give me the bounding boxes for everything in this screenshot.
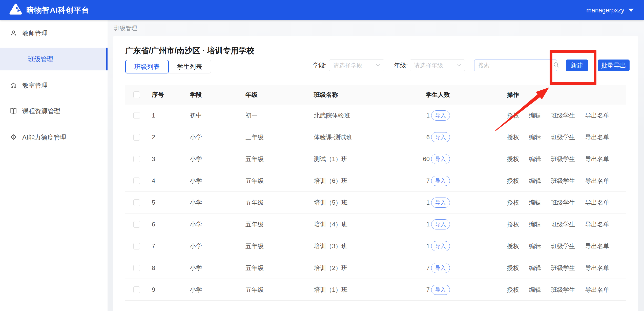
row-action-authorize[interactable]: 授权 [507, 177, 519, 185]
chevron-down-icon [628, 9, 634, 12]
sidebar-item-label: AI能力额度管理 [22, 133, 66, 142]
cell-grade: 五年级 [245, 199, 314, 207]
search-icon[interactable] [553, 62, 559, 69]
row-actions: 授权编辑班级学生导出名单 [453, 133, 626, 141]
row-actions: 授权编辑班级学生导出名单 [453, 286, 626, 294]
action-separator [546, 156, 546, 162]
row-action-export-roster[interactable]: 导出名单 [585, 220, 609, 228]
username: managerpxzy [586, 7, 624, 14]
search-input[interactable] [478, 62, 553, 69]
row-action-authorize[interactable]: 授权 [507, 133, 519, 141]
row-action-edit[interactable]: 编辑 [529, 286, 541, 294]
row-checkbox[interactable] [133, 112, 140, 119]
action-separator [546, 243, 546, 249]
import-button[interactable]: 导入 [431, 263, 450, 273]
action-separator [524, 265, 524, 271]
row-action-edit[interactable]: 编辑 [529, 177, 541, 185]
user-menu[interactable]: managerpxzy [586, 7, 644, 14]
row-checkbox[interactable] [133, 156, 140, 162]
row-action-class-students[interactable]: 班级学生 [551, 220, 575, 228]
row-action-authorize[interactable]: 授权 [507, 286, 519, 294]
row-checkbox[interactable] [133, 265, 140, 271]
row-checkbox[interactable] [133, 199, 140, 206]
row-action-class-students[interactable]: 班级学生 [551, 199, 575, 207]
cell-class-name: 北武院体验班 [314, 111, 410, 120]
grade-select[interactable]: 请选择年级 [410, 60, 465, 71]
row-action-edit[interactable]: 编辑 [529, 242, 541, 250]
row-actions: 授权编辑班级学生导出名单 [453, 177, 626, 185]
batch-export-button[interactable]: 批量导出 [598, 60, 630, 71]
row-actions: 授权编辑班级学生导出名单 [453, 155, 626, 163]
cell-student-count: 7 导入 [410, 263, 453, 273]
row-action-export-roster[interactable]: 导出名单 [585, 264, 609, 272]
row-action-class-students[interactable]: 班级学生 [551, 286, 575, 294]
sidebar-item-class-management[interactable]: 班级管理 [0, 48, 108, 70]
row-action-authorize[interactable]: 授权 [507, 242, 519, 250]
row-action-edit[interactable]: 编辑 [529, 199, 541, 207]
row-action-authorize[interactable]: 授权 [507, 220, 519, 228]
row-action-edit[interactable]: 编辑 [529, 264, 541, 272]
cell-stage: 小学 [190, 220, 245, 228]
cell-grade: 五年级 [245, 286, 314, 294]
import-button[interactable]: 导入 [431, 154, 450, 164]
row-checkbox[interactable] [133, 243, 140, 249]
import-button[interactable]: 导入 [431, 285, 450, 295]
row-action-export-roster[interactable]: 导出名单 [585, 111, 609, 120]
row-action-export-roster[interactable]: 导出名单 [585, 155, 609, 163]
row-action-class-students[interactable]: 班级学生 [551, 155, 575, 163]
row-action-authorize[interactable]: 授权 [507, 111, 519, 120]
table-row: 3 小学 五年级 测试（1）班 60 导入 授权编辑班级学生导出名单 [125, 148, 626, 170]
tab-student-list[interactable]: 学生列表 [168, 60, 211, 73]
sidebar-item-teacher-management[interactable]: 教师管理 [0, 22, 108, 45]
row-action-class-students[interactable]: 班级学生 [551, 242, 575, 250]
row-action-class-students[interactable]: 班级学生 [551, 111, 575, 120]
row-action-class-students[interactable]: 班级学生 [551, 264, 575, 272]
cell-stage: 小学 [190, 133, 245, 141]
action-separator [524, 178, 524, 184]
import-button[interactable]: 导入 [431, 198, 450, 208]
tab-class-list[interactable]: 班级列表 [125, 60, 169, 73]
cell-no: 6 [152, 221, 190, 228]
row-action-export-roster[interactable]: 导出名单 [585, 286, 609, 294]
cell-class-name: 测试（1）班 [314, 155, 410, 163]
cell-grade: 初一 [245, 111, 314, 120]
cell-no: 4 [152, 177, 190, 184]
stage-select[interactable]: 请选择学段 [329, 60, 384, 71]
row-checkbox[interactable] [133, 134, 140, 141]
import-button[interactable]: 导入 [431, 219, 450, 229]
sidebar-item-course-resource-management[interactable]: 课程资源管理 [0, 100, 108, 122]
row-actions: 授权编辑班级学生导出名单 [453, 220, 626, 228]
select-all-checkbox[interactable] [133, 91, 140, 98]
row-action-edit[interactable]: 编辑 [529, 133, 541, 141]
row-action-edit[interactable]: 编辑 [529, 220, 541, 228]
student-count-value: 60 [423, 156, 430, 163]
import-button[interactable]: 导入 [431, 241, 450, 251]
row-checkbox[interactable] [133, 286, 140, 293]
table-row: 2 小学 三年级 体验课-测试班 6 导入 授权编辑班级学生导出名单 [125, 126, 626, 148]
sidebar-item-ai-quota-management[interactable]: ⚙ AI能力额度管理 [0, 126, 108, 149]
stage-select-placeholder: 请选择学段 [333, 62, 376, 69]
breadcrumb: 班级管理 [114, 20, 137, 36]
row-checkbox[interactable] [133, 221, 140, 228]
cell-student-count: 7 导入 [410, 285, 453, 295]
row-action-authorize[interactable]: 授权 [507, 264, 519, 272]
create-button[interactable]: 新建 [566, 60, 588, 71]
row-action-export-roster[interactable]: 导出名单 [585, 199, 609, 207]
row-action-authorize[interactable]: 授权 [507, 155, 519, 163]
row-action-edit[interactable]: 编辑 [529, 155, 541, 163]
row-action-class-students[interactable]: 班级学生 [551, 133, 575, 141]
row-checkbox[interactable] [133, 178, 140, 184]
student-count-value: 1 [426, 243, 430, 250]
import-button[interactable]: 导入 [431, 110, 450, 121]
row-action-export-roster[interactable]: 导出名单 [585, 133, 609, 141]
row-action-export-roster[interactable]: 导出名单 [585, 242, 609, 250]
row-action-edit[interactable]: 编辑 [529, 111, 541, 120]
row-action-class-students[interactable]: 班级学生 [551, 177, 575, 185]
cell-no: 2 [152, 134, 190, 141]
import-button[interactable]: 导入 [431, 176, 450, 186]
sidebar-item-classroom-management[interactable]: 教室管理 [0, 74, 108, 97]
row-action-export-roster[interactable]: 导出名单 [585, 177, 609, 185]
import-button[interactable]: 导入 [431, 132, 450, 142]
row-action-authorize[interactable]: 授权 [507, 199, 519, 207]
content-card: 广东省/广州市/南沙区 · 培训专用学校 班级列表 学生列表 学段: 请选择学段… [113, 36, 638, 311]
